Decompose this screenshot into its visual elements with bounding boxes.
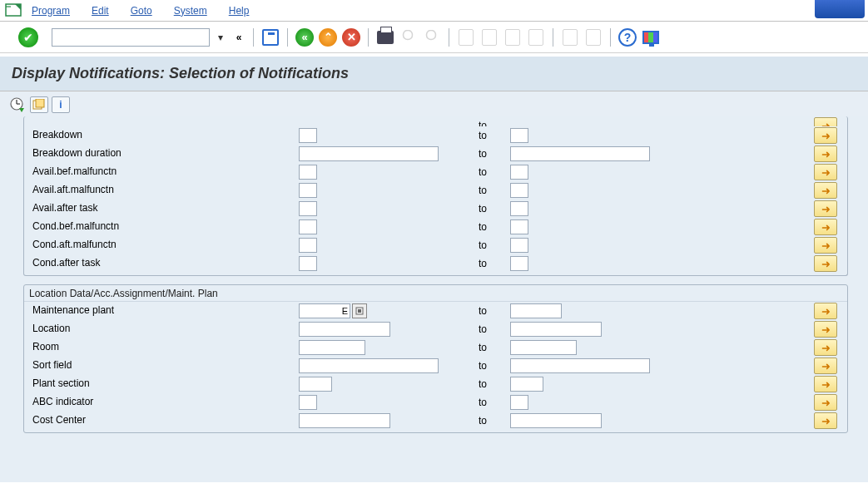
menu-edit[interactable]: Edit <box>92 5 109 17</box>
multiple-selection-button[interactable]: ➜ <box>814 164 837 180</box>
breakdown-low[interactable] <box>299 128 317 143</box>
command-dropdown[interactable]: ▾ <box>213 28 228 47</box>
field-label: Cond.after task <box>24 254 299 273</box>
multiple-selection-button[interactable]: ➜ <box>814 339 837 356</box>
back-button[interactable]: « <box>295 27 315 47</box>
cond-bef-high[interactable] <box>510 219 528 234</box>
layout-button[interactable] <box>641 27 661 47</box>
multiple-selection-button[interactable]: ➜ <box>814 219 837 235</box>
execute-button[interactable] <box>8 96 27 113</box>
to-label: to <box>477 305 510 317</box>
multiple-selection-button[interactable]: ➜ <box>814 237 837 254</box>
maintenance-plant-low[interactable] <box>299 303 350 318</box>
abc-indicator-high[interactable] <box>510 395 528 410</box>
next-page-button <box>503 27 523 47</box>
selection-row: Plant section to ➜ <box>24 375 847 393</box>
cancel-icon: ✕ <box>342 28 360 47</box>
to-label: to <box>477 221 510 233</box>
cond-task-low[interactable] <box>299 256 317 271</box>
menu-help-label: Help <box>229 5 250 17</box>
multiple-selection-button[interactable]: ➜ <box>814 145 837 162</box>
cond-bef-low[interactable] <box>299 219 317 234</box>
plant-section-low[interactable] <box>299 377 332 392</box>
cond-aft-high[interactable] <box>510 238 528 253</box>
command-field[interactable] <box>52 28 210 47</box>
multiple-selection-button[interactable]: ➜ <box>814 200 837 217</box>
to-label: to <box>477 185 510 196</box>
avail-bef-low[interactable] <box>299 165 317 180</box>
find-next-button <box>422 27 442 47</box>
window-controls[interactable] <box>815 0 865 18</box>
avail-task-high[interactable] <box>510 201 528 216</box>
sort-field-high[interactable] <box>510 358 650 373</box>
multiple-selection-button[interactable]: ➜ <box>814 358 837 374</box>
multiple-selection-button[interactable]: ➜ <box>814 376 837 392</box>
multiple-selection-button[interactable]: ➜ <box>814 117 837 126</box>
cond-task-high[interactable] <box>510 256 528 271</box>
avail-bef-high[interactable] <box>510 165 528 180</box>
variant-button[interactable] <box>30 96 48 113</box>
multiple-selection-button[interactable]: ➜ <box>814 412 837 429</box>
maintenance-plant-high[interactable] <box>510 303 562 318</box>
to-label: to <box>477 130 510 141</box>
menu-program[interactable]: Program <box>32 5 70 17</box>
avail-aft-low[interactable] <box>299 183 317 198</box>
help-button[interactable]: ? <box>618 27 637 47</box>
sort-field-low[interactable] <box>299 358 439 373</box>
menu-system[interactable]: System <box>174 5 207 17</box>
multiple-selection-button[interactable]: ➜ <box>814 127 837 144</box>
location-low[interactable] <box>299 322 390 337</box>
variant-icon <box>32 99 46 111</box>
menu-help[interactable]: Help <box>229 5 250 17</box>
multiple-selection-button[interactable]: ➜ <box>814 394 837 411</box>
avail-task-low[interactable] <box>299 201 317 216</box>
menu-goto[interactable]: Goto <box>131 5 152 17</box>
field-label: Plant section <box>24 375 299 393</box>
toolbar: ✔ ▾ « « ⌃ ✕ ? <box>0 22 868 53</box>
enter-button[interactable]: ✔ <box>18 27 38 47</box>
menu-program-label: Program <box>32 5 70 17</box>
layout-icon <box>642 31 659 44</box>
selection-row: Maintenance plant to ➜ <box>24 302 847 320</box>
room-high[interactable] <box>510 340 577 355</box>
breakdown-high[interactable] <box>510 128 528 143</box>
toolbar-collapse[interactable]: « <box>231 28 246 47</box>
breakdown-duration-low[interactable] <box>299 146 439 161</box>
selection-row: Avail.aft.malfunctn to ➜ <box>24 181 847 200</box>
plant-section-high[interactable] <box>510 377 543 392</box>
multiple-selection-button[interactable]: ➜ <box>814 303 837 319</box>
abc-indicator-low[interactable] <box>299 395 317 410</box>
to-label: to <box>477 397 510 408</box>
selection-row: Breakdown to ➜ <box>24 126 847 145</box>
page-icon <box>528 29 543 46</box>
cost-center-low[interactable] <box>299 413 390 428</box>
cancel-button[interactable]: ✕ <box>341 27 361 47</box>
multiple-selection-button[interactable]: ➜ <box>814 321 837 338</box>
svg-rect-8 <box>358 309 361 313</box>
avail-aft-high[interactable] <box>510 183 528 198</box>
f4-help-button[interactable] <box>352 303 367 318</box>
field-label: Room <box>24 338 299 357</box>
field-label: Avail.bef.malfunctn <box>24 163 299 181</box>
page-icon <box>586 29 601 46</box>
save-button[interactable] <box>260 27 280 47</box>
room-low[interactable] <box>299 340 365 355</box>
cost-center-high[interactable] <box>510 413 602 428</box>
page-icon <box>563 29 578 46</box>
exit-button[interactable]: ⌃ <box>318 27 338 47</box>
multiple-selection-button[interactable]: ➜ <box>814 255 837 272</box>
find-next-icon <box>424 30 439 45</box>
selection-row: ABC indicator to ➜ <box>24 393 847 412</box>
print-button[interactable] <box>375 27 395 47</box>
separator <box>610 28 611 47</box>
selection-row: Breakdown duration to ➜ <box>24 145 847 163</box>
breakdown-duration-high[interactable] <box>510 146 650 161</box>
cond-aft-low[interactable] <box>299 238 317 253</box>
selection-row: Location to ➜ <box>24 320 847 338</box>
menu-edit-label: Edit <box>92 5 109 17</box>
location-high[interactable] <box>510 322 602 337</box>
info-button[interactable]: i <box>52 96 70 113</box>
sap-window-icon[interactable] <box>5 3 23 18</box>
multiple-selection-button[interactable]: ➜ <box>814 182 837 199</box>
to-label: to <box>477 415 510 427</box>
